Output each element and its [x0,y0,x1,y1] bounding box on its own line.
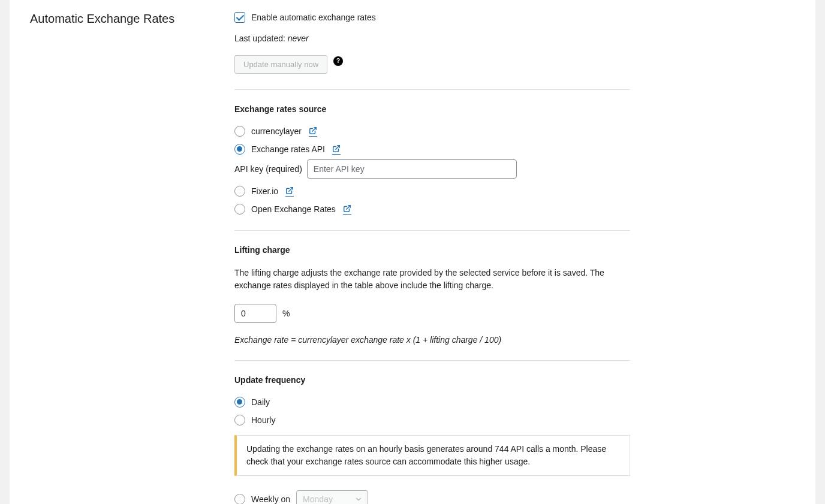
weekly-day-select[interactable]: Monday [296,490,368,504]
update-frequency-heading: Update frequency [234,375,630,385]
source-open-exchange-radio[interactable] [234,204,245,215]
frequency-daily-label: Daily [251,397,270,407]
frequency-daily-radio[interactable] [234,397,245,408]
svg-line-2 [289,187,293,191]
frequency-hourly-radio[interactable] [234,415,245,425]
enable-auto-exchange-checkbox[interactable] [234,12,245,23]
exchange-source-heading: Exchange rates source [234,104,630,114]
source-currencylayer-label: currencylayer [251,126,302,136]
external-link-icon[interactable] [332,144,341,155]
last-updated-text: Last updated: never [234,34,630,43]
lifting-charge-unit: % [282,309,290,318]
frequency-weekly-label: Weekly on [251,494,290,504]
lifting-charge-description: The lifting charge adjusts the exchange … [234,267,630,292]
svg-line-0 [312,127,316,131]
external-link-icon[interactable] [285,186,294,197]
divider [234,360,630,361]
lifting-charge-heading: Lifting charge [234,245,630,255]
update-manually-button[interactable]: Update manually now [234,55,327,74]
frequency-weekly-radio[interactable] [234,494,245,504]
external-link-icon[interactable] [309,126,317,137]
svg-line-1 [336,145,339,149]
source-exchange-rates-api-radio[interactable] [234,144,245,155]
external-link-icon[interactable] [343,204,351,215]
api-key-input[interactable] [307,159,517,179]
help-icon[interactable]: ? [333,56,343,66]
divider [234,89,630,90]
hourly-notice: Updating the exchange rates on an hourly… [234,435,630,476]
source-fixer-label: Fixer.io [251,186,278,196]
lifting-charge-formula: Exchange rate = currencylayer exchange r… [234,335,630,345]
source-exchange-rates-api-label: Exchange rates API [251,144,325,154]
source-open-exchange-label: Open Exchange Rates [251,204,336,214]
source-currencylayer-radio[interactable] [234,126,245,137]
section-title: Automatic Exchange Rates [10,12,234,26]
api-key-label: API key (required) [234,164,302,174]
enable-auto-exchange-label: Enable automatic exchange rates [251,13,376,22]
frequency-hourly-label: Hourly [251,415,275,425]
divider [234,230,630,231]
lifting-charge-input[interactable] [234,304,276,323]
source-fixer-radio[interactable] [234,186,245,197]
svg-line-3 [347,205,350,209]
